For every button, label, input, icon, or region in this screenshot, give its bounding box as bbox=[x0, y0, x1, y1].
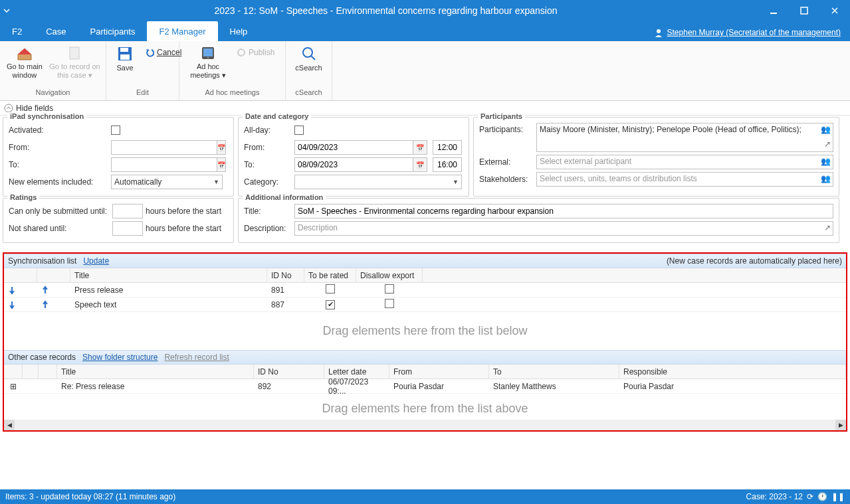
update-link[interactable]: Update bbox=[83, 256, 109, 266]
status-bar: Items: 3 - updated today 08:27 (11 minut… bbox=[0, 489, 850, 504]
pause-icon[interactable]: ❚❚ bbox=[831, 492, 845, 501]
sync-note: (New case records are automatically plac… bbox=[667, 256, 842, 266]
other-records-label: Other case records bbox=[8, 353, 76, 362]
calendar-icon[interactable]: 📅 bbox=[413, 157, 427, 172]
table-row[interactable]: ⊞Re: Press release89206/07/2023 09:...Po… bbox=[4, 379, 846, 394]
cell-id: 891 bbox=[267, 286, 304, 295]
tab-f2[interactable]: F2 bbox=[0, 21, 34, 41]
ratings-panel: Ratings Can only be submitted until: hou… bbox=[3, 198, 234, 243]
calendar-icon[interactable]: 📅 bbox=[217, 157, 226, 172]
cell-letter-date: 06/07/2023 09:... bbox=[324, 377, 389, 396]
ipad-to-date[interactable]: 📅 bbox=[111, 157, 223, 172]
not-shared-until-input[interactable] bbox=[112, 221, 143, 236]
external-field[interactable]: Select external participant👥 bbox=[536, 155, 833, 169]
to-be-rated-checkbox[interactable]: ✔ bbox=[326, 300, 335, 309]
expand-row-icon[interactable]: ⊞ bbox=[4, 382, 23, 391]
participants-field[interactable]: Maisy Moore (Minister, Ministry); Penelo… bbox=[536, 123, 833, 152]
title-bar: 2023 - 12: SoM - Speeches - Environmenta… bbox=[0, 0, 850, 21]
adhoc-meetings-button[interactable]: Ad hoc meetings ▾ bbox=[185, 44, 231, 79]
csearch-button[interactable]: cSearch bbox=[291, 44, 326, 72]
svg-rect-8 bbox=[203, 48, 213, 56]
calendar-icon[interactable]: 📅 bbox=[413, 140, 427, 155]
svg-point-13 bbox=[5, 104, 13, 112]
window-title: 2023 - 12: SoM - Speeches - Environmenta… bbox=[13, 5, 758, 16]
svg-line-12 bbox=[311, 56, 315, 60]
col-disallow[interactable]: Disallow export bbox=[356, 268, 423, 283]
scroll-left-button[interactable]: ◀ bbox=[4, 420, 15, 430]
other-drop-zone[interactable]: Drag elements here from the list above bbox=[4, 394, 846, 420]
tab-participants[interactable]: Participants bbox=[78, 21, 148, 41]
people-icon[interactable]: 👥 bbox=[821, 174, 831, 183]
people-icon[interactable]: 👥 bbox=[821, 125, 831, 134]
col-title[interactable]: Title bbox=[57, 365, 254, 379]
people-icon[interactable]: 👥 bbox=[821, 157, 831, 166]
other-grid-header: Title ID No Letter date From To Responsi… bbox=[4, 365, 846, 379]
svg-point-2 bbox=[657, 29, 661, 33]
tab-case[interactable]: Case bbox=[34, 21, 78, 41]
col-rated[interactable]: To be rated bbox=[304, 268, 356, 283]
tab-f2-manager[interactable]: F2 Manager bbox=[147, 21, 217, 41]
date-to-input[interactable]: 📅 bbox=[294, 157, 427, 172]
sync-drop-zone[interactable]: Drag elements here from the list below bbox=[4, 312, 846, 350]
sync-list-header: Synchronisation list Update (New case re… bbox=[4, 254, 846, 268]
col-to[interactable]: To bbox=[489, 365, 619, 379]
table-row[interactable]: Press release891 bbox=[4, 283, 846, 297]
svg-rect-1 bbox=[801, 7, 807, 14]
calendar-icon[interactable]: 📅 bbox=[217, 140, 226, 155]
svg-rect-5 bbox=[120, 48, 128, 52]
move-up-icon[interactable] bbox=[37, 286, 70, 295]
new-elements-combo[interactable]: Automatically▼ bbox=[111, 175, 223, 189]
publish-icon bbox=[237, 48, 246, 57]
move-down-icon[interactable] bbox=[4, 300, 37, 309]
record-icon bbox=[66, 45, 82, 61]
ipad-from-date[interactable]: 📅 bbox=[111, 140, 223, 155]
allday-checkbox[interactable] bbox=[294, 126, 304, 135]
tab-help[interactable]: Help bbox=[218, 21, 260, 41]
col-id[interactable]: ID No bbox=[267, 268, 304, 283]
search-icon bbox=[300, 45, 318, 62]
stakeholders-field[interactable]: Select users, units, teams or distributi… bbox=[536, 172, 833, 187]
submitted-until-input[interactable] bbox=[112, 204, 143, 218]
time-to-input[interactable] bbox=[433, 157, 462, 172]
table-row[interactable]: Speech text887✔ bbox=[4, 297, 846, 312]
go-to-main-window-button[interactable]: Go to main window bbox=[5, 44, 44, 79]
close-button[interactable] bbox=[819, 0, 850, 21]
status-case: Case: 2023 - 12 bbox=[746, 492, 803, 501]
clock-icon[interactable]: 🕐 bbox=[817, 492, 827, 501]
time-from-input[interactable] bbox=[433, 140, 462, 155]
scroll-right-button[interactable]: ▶ bbox=[835, 420, 846, 430]
title-input[interactable] bbox=[294, 204, 833, 218]
col-from[interactable]: From bbox=[389, 365, 489, 379]
qat-dropdown[interactable] bbox=[0, 7, 13, 14]
cell-to: Stanley Matthews bbox=[489, 382, 619, 391]
disallow-export-checkbox[interactable] bbox=[385, 299, 394, 308]
svg-point-10 bbox=[238, 49, 245, 56]
disallow-export-checkbox[interactable] bbox=[385, 284, 394, 294]
activated-checkbox[interactable] bbox=[111, 126, 120, 135]
hide-fields-toggle[interactable]: Hide fields bbox=[0, 101, 850, 116]
horizontal-scrollbar[interactable]: ◀ ▶ bbox=[4, 420, 846, 430]
tablet-icon bbox=[199, 45, 217, 61]
refresh-icon[interactable]: ⟳ bbox=[807, 492, 813, 501]
expand-icon[interactable]: ↗ bbox=[824, 223, 831, 232]
move-down-icon[interactable] bbox=[4, 286, 37, 295]
save-button[interactable]: Save bbox=[112, 44, 138, 72]
current-user-link[interactable]: Stephen Murray (Secretariat of the manag… bbox=[654, 28, 850, 41]
cancel-button[interactable]: Cancel bbox=[145, 45, 181, 60]
show-folder-link[interactable]: Show folder structure bbox=[82, 353, 158, 362]
expand-icon[interactable]: ↗ bbox=[824, 139, 831, 149]
svg-rect-3 bbox=[70, 47, 79, 59]
date-from-input[interactable]: 📅 bbox=[294, 140, 427, 155]
description-input[interactable]: Description↗ bbox=[294, 221, 833, 236]
category-combo[interactable]: ▼ bbox=[294, 175, 462, 189]
sync-grid-header: Title ID No To be rated Disallow export bbox=[4, 268, 846, 283]
ipad-sync-panel: iPad synchronisation Activated: From: 📅 … bbox=[3, 117, 234, 197]
col-responsible[interactable]: Responsible bbox=[619, 365, 846, 379]
to-be-rated-checkbox[interactable] bbox=[326, 284, 335, 294]
minimize-button[interactable] bbox=[758, 0, 789, 21]
maximize-button[interactable] bbox=[789, 0, 819, 21]
move-up-icon[interactable] bbox=[37, 300, 70, 309]
col-id[interactable]: ID No bbox=[254, 365, 324, 379]
refresh-list-link[interactable]: Refresh record list bbox=[164, 353, 229, 362]
col-title[interactable]: Title bbox=[70, 268, 267, 283]
